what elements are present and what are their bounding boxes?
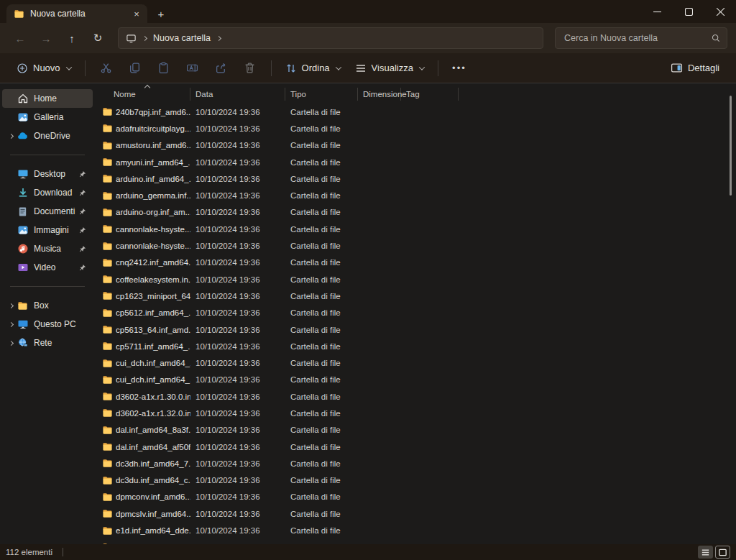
file-name-cell[interactable]: arduino-org.inf_am... (95, 207, 190, 218)
sidebar-item-galleria[interactable]: Galleria (2, 108, 93, 127)
file-row[interactable]: dpmcslv.inf_amd64...10/10/2024 19:36Cart… (95, 505, 736, 522)
file-row[interactable]: adafruitcircuitplayg...10/10/2024 19:36C… (95, 120, 736, 137)
file-row[interactable]: cui_dch.inf_amd64_...10/10/2024 19:36Car… (95, 354, 736, 371)
file-row[interactable]: cp1623_miniport_64...10/10/2024 19:36Car… (95, 288, 736, 304)
up-icon[interactable]: ↑ (60, 27, 83, 49)
file-name-cell[interactable]: adafruitcircuitplayg... (95, 123, 190, 134)
column-header-tipo[interactable]: Tipo (285, 88, 358, 101)
file-name-cell[interactable]: cp5613_64.inf_amd... (95, 324, 190, 335)
column-header-data[interactable]: Data (190, 88, 285, 101)
file-row[interactable]: dal.inf_amd64_af50f...10/10/2024 19:36Ca… (95, 439, 736, 455)
maximize-icon[interactable] (673, 0, 704, 23)
sidebar-item-onedrive[interactable]: OneDrive (2, 127, 93, 145)
sidebar-item-desktop[interactable]: Desktop (2, 165, 93, 183)
file-name-cell[interactable]: cnq2412.inf_amd64... (95, 257, 190, 268)
forward-icon[interactable]: → (34, 27, 58, 49)
explorer-tab[interactable]: Nuova cartella × (6, 4, 147, 23)
sidebar-item-documenti[interactable]: Documenti (2, 202, 93, 221)
more-options-icon[interactable]: ••• (446, 57, 473, 80)
rename-icon[interactable] (179, 57, 206, 80)
file-name-cell[interactable]: cannonlake-hsyste... (95, 224, 190, 234)
large-icons-view-toggle-icon[interactable] (715, 546, 730, 559)
chevron-right-icon[interactable] (5, 341, 17, 345)
new-button[interactable]: Nuovo (10, 57, 78, 80)
file-name-cell[interactable]: amustoru.inf_amd6... (95, 140, 190, 151)
new-tab-icon[interactable]: + (152, 4, 170, 23)
file-row[interactable]: d3602-a1x.r1.32.0.in...10/10/2024 19:36C… (95, 405, 736, 421)
file-row[interactable]: amyuni.inf_amd64_...10/10/2024 19:36Cart… (95, 154, 736, 170)
sidebar-item-immagini[interactable]: Immagini (2, 221, 93, 239)
chevron-right-icon[interactable] (5, 323, 17, 326)
file-row[interactable]: cp5613_64.inf_amd...10/10/2024 19:36Cart… (95, 321, 736, 338)
paste-icon[interactable] (150, 57, 178, 80)
breadcrumb-chevron-icon[interactable] (216, 35, 221, 40)
file-row[interactable]: coffeelakesystem.in...10/10/2024 19:36Ca… (95, 271, 736, 288)
file-row[interactable]: cannonlake-hsyste...10/10/2024 19:36Cart… (95, 221, 736, 237)
file-row[interactable]: d3602-a1x.r1.30.0.in...10/10/2024 19:36C… (95, 388, 736, 405)
sidebar-item-rete[interactable]: Rete (2, 334, 93, 352)
file-row[interactable]: dc3dh.inf_amd64_7...10/10/2024 19:36Cart… (95, 455, 736, 472)
file-name-cell[interactable]: cp1623_miniport_64... (95, 290, 190, 301)
view-button[interactable]: Visualizza (349, 57, 431, 80)
file-name-cell[interactable]: d3602-a1x.r1.30.0.in... (95, 391, 190, 402)
cut-icon[interactable] (93, 57, 120, 80)
sidebar-item-questo-pc[interactable]: Questo PC (2, 315, 93, 334)
column-header-dimensione[interactable]: Dimensione (358, 88, 401, 101)
file-row[interactable]: cannonlake-hsyste...10/10/2024 19:36Cart… (95, 237, 736, 254)
sidebar-item-home[interactable]: Home (2, 89, 93, 108)
file-row[interactable]: cnq2412.inf_amd64...10/10/2024 19:36Cart… (95, 254, 736, 271)
file-name-cell[interactable]: 240b7qpj.inf_amd6... (95, 106, 190, 117)
file-row[interactable]: arduino_gemma.inf...10/10/2024 19:36Cart… (95, 187, 736, 203)
file-name-cell[interactable]: dal.inf_amd64_8a3f... (95, 425, 190, 436)
file-row[interactable]: cp5711.inf_amd64_...10/10/2024 19:36Cart… (95, 338, 736, 354)
breadcrumb-segment[interactable]: Nuova cartella (153, 33, 211, 43)
file-name-cell[interactable]: e1d.inf_amd64_df10... (95, 542, 190, 544)
file-name-cell[interactable]: dpmconv.inf_amd6... (95, 492, 190, 502)
search-input[interactable] (564, 33, 711, 43)
file-name-cell[interactable]: cui_dch.inf_amd64_... (95, 358, 190, 369)
file-name-cell[interactable]: cp5711.inf_amd64_... (95, 341, 190, 352)
details-view-toggle-icon[interactable] (698, 546, 713, 559)
file-name-cell[interactable]: e1d.inf_amd64_dde... (95, 525, 190, 536)
file-name-cell[interactable]: cui_dch.inf_amd64_... (95, 375, 190, 385)
file-name-cell[interactable]: cp5612.inf_amd64_... (95, 308, 190, 318)
search-icon[interactable] (711, 33, 721, 43)
file-row[interactable]: dc3du.inf_amd64_c...10/10/2024 19:36Cart… (95, 472, 736, 489)
column-header-nome[interactable]: Nome (95, 88, 190, 101)
file-name-cell[interactable]: dc3du.inf_amd64_c... (95, 475, 190, 486)
file-name-cell[interactable]: coffeelakesystem.in... (95, 274, 190, 285)
back-icon[interactable]: ← (9, 27, 32, 49)
file-row[interactable]: dpmconv.inf_amd6...10/10/2024 19:36Carte… (95, 489, 736, 505)
file-name-cell[interactable]: amyuni.inf_amd64_... (95, 157, 190, 167)
close-icon[interactable] (704, 0, 736, 23)
sidebar-item-video[interactable]: Video (2, 258, 93, 277)
column-header-tag[interactable]: Tag (401, 88, 459, 101)
file-row[interactable]: amustoru.inf_amd6...10/10/2024 19:36Cart… (95, 137, 736, 154)
tab-close-icon[interactable]: × (130, 7, 143, 20)
file-name-cell[interactable]: dal.inf_amd64_af50f... (95, 441, 190, 452)
file-name-cell[interactable]: arduino.inf_amd64_... (95, 173, 190, 184)
refresh-icon[interactable]: ↻ (86, 27, 109, 49)
file-name-cell[interactable]: cannonlake-hsyste... (95, 241, 190, 252)
chevron-right-icon[interactable] (5, 134, 17, 138)
delete-icon[interactable] (236, 57, 264, 80)
file-name-cell[interactable]: dc3dh.inf_amd64_7... (95, 458, 190, 469)
chevron-right-icon[interactable] (5, 304, 17, 308)
file-row[interactable]: cp5612.inf_amd64_...10/10/2024 19:36Cart… (95, 305, 736, 321)
file-name-cell[interactable]: d3602-a1x.r1.32.0.in... (95, 408, 190, 418)
file-row[interactable]: arduino-org.inf_am...10/10/2024 19:36Car… (95, 204, 736, 221)
breadcrumb[interactable]: Nuova cartella (118, 27, 543, 49)
sort-button[interactable]: Ordina (279, 57, 347, 80)
sidebar-item-box[interactable]: Box (2, 296, 93, 315)
vertical-scrollbar[interactable] (730, 96, 732, 196)
copy-icon[interactable] (121, 57, 149, 80)
share-icon[interactable] (208, 57, 235, 80)
file-row[interactable]: arduino.inf_amd64_...10/10/2024 19:36Car… (95, 170, 736, 187)
file-row[interactable]: e1d.inf_amd64_df10...10/10/2024 19:36Car… (95, 539, 736, 544)
file-row[interactable]: dal.inf_amd64_8a3f...10/10/2024 19:36Car… (95, 422, 736, 439)
sidebar-item-musica[interactable]: Musica (2, 239, 93, 258)
file-name-cell[interactable]: arduino_gemma.inf... (95, 191, 190, 201)
file-row[interactable]: cui_dch.inf_amd64_...10/10/2024 19:36Car… (95, 372, 736, 388)
minimize-icon[interactable] (641, 0, 673, 23)
search-box[interactable] (555, 27, 727, 49)
